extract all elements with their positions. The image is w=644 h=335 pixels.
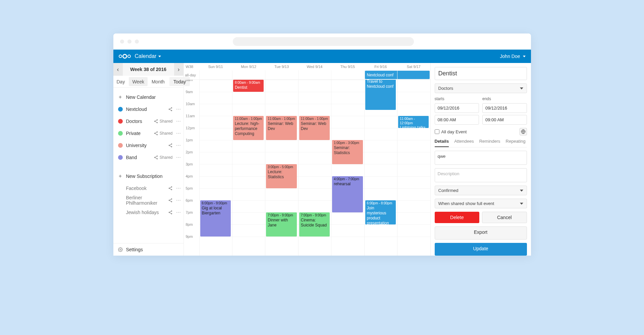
calendar-item[interactable]: PrivateShared⋯ bbox=[113, 127, 183, 139]
day-header: Tue 9/13 bbox=[265, 65, 298, 69]
start-date-input[interactable]: 09/12/2016 bbox=[435, 103, 479, 113]
more-button[interactable]: ⋯ bbox=[176, 198, 181, 203]
nextcloud-logo-icon[interactable] bbox=[119, 54, 131, 59]
calendar-event[interactable]: 11:00am - 1:00pmLecture: high-performanc… bbox=[233, 116, 264, 140]
allday-cell[interactable] bbox=[331, 70, 364, 79]
share-button[interactable] bbox=[168, 186, 173, 191]
calendar-event[interactable]: 11:00am - 1:00pmSeminar: Web Dev bbox=[266, 116, 297, 140]
starts-label: starts bbox=[435, 96, 479, 101]
new-subscription-button[interactable]: + New Subscription bbox=[113, 170, 183, 182]
delete-button[interactable]: Delete bbox=[435, 212, 480, 223]
url-bar[interactable] bbox=[233, 37, 414, 46]
day-column[interactable]: 11:00am - 1:00pmSeminar: Web Dev7:00pm -… bbox=[298, 80, 331, 256]
more-button[interactable]: ⋯ bbox=[176, 119, 181, 124]
description-input[interactable]: Description bbox=[435, 168, 527, 182]
calendar-event[interactable]: 6:00pm - 8:00pmJoin mysterious product p… bbox=[365, 200, 396, 224]
calendar-event[interactable]: 7:30am - 10:30amTravel to Nextcloud conf bbox=[365, 80, 396, 110]
more-button[interactable]: ⋯ bbox=[176, 210, 181, 215]
event-time: 1:00pm - 3:00pm bbox=[334, 141, 361, 145]
calendar-event[interactable]: 8:00am - 9:00amDentist bbox=[233, 80, 264, 92]
user-menu[interactable]: John Doe bbox=[500, 54, 526, 59]
share-button[interactable] bbox=[168, 198, 173, 203]
export-button[interactable]: Export bbox=[435, 226, 527, 240]
more-button[interactable]: ⋯ bbox=[176, 186, 181, 191]
view-month-button[interactable]: Month bbox=[148, 76, 168, 87]
svg-point-7 bbox=[154, 133, 156, 134]
share-button[interactable] bbox=[168, 143, 173, 148]
subscription-item[interactable]: Facebook⋯ bbox=[113, 182, 183, 194]
calendar-item[interactable]: BandShared⋯ bbox=[113, 151, 183, 163]
tab-attendees[interactable]: Attendees bbox=[454, 139, 474, 147]
settings-button[interactable]: Settings bbox=[113, 244, 183, 256]
more-button[interactable]: ⋯ bbox=[176, 155, 181, 160]
calendar-item[interactable]: DoctorsShared⋯ bbox=[113, 115, 183, 127]
svg-point-22 bbox=[168, 212, 170, 213]
view-day-button[interactable]: Day bbox=[113, 76, 128, 87]
share-button[interactable]: Shared bbox=[154, 155, 173, 160]
end-time-input[interactable]: 09:00 AM bbox=[482, 115, 527, 125]
share-button[interactable]: Shared bbox=[154, 119, 173, 124]
status-select[interactable]: Confirmed bbox=[435, 186, 527, 195]
new-calendar-button[interactable]: + New Calendar bbox=[113, 91, 183, 103]
view-week-button[interactable]: Week bbox=[129, 77, 148, 86]
start-time-input[interactable]: 08:00 AM bbox=[435, 115, 479, 125]
calendar-event[interactable]: 4:00pm - 7:00pmrehearsal bbox=[332, 176, 363, 212]
more-button[interactable]: ⋯ bbox=[176, 143, 181, 148]
svg-point-8 bbox=[157, 134, 158, 135]
tab-reminders[interactable]: Reminders bbox=[479, 139, 500, 147]
allday-cell[interactable] bbox=[265, 70, 298, 79]
calendar-event[interactable]: 6:00pm - 9:00pmGig at local Biergarten bbox=[200, 200, 231, 237]
event-time: 11:00am - 1:00pm bbox=[301, 117, 328, 121]
day-column[interactable]: 8:00am - 9:00amDentist11:00am - 1:00pmLe… bbox=[232, 80, 265, 256]
allday-checkbox-input[interactable] bbox=[435, 129, 439, 134]
share-button[interactable]: Shared bbox=[154, 131, 173, 136]
day-column[interactable]: 11:00am - 1:00pmSeminar: Web Dev3:00pm -… bbox=[265, 80, 298, 256]
end-date-input[interactable]: 09/12/2016 bbox=[482, 103, 527, 113]
tab-details[interactable]: Details bbox=[435, 139, 449, 147]
allday-checkbox[interactable]: All day Event bbox=[435, 129, 467, 134]
day-column[interactable]: 1:00pm - 3:00pmSeminar: Statistics4:00pm… bbox=[331, 80, 364, 256]
subscription-item[interactable]: Jewish holidays⋯ bbox=[113, 206, 183, 218]
subscription-item[interactable]: Berliner Philharmoniker⋯ bbox=[113, 194, 183, 206]
subscription-name: Berliner Philharmoniker bbox=[126, 195, 165, 206]
next-week-button[interactable]: › bbox=[174, 63, 183, 76]
calendar-event[interactable]: 1:00pm - 3:00pmSeminar: Statistics bbox=[332, 140, 363, 164]
day-column[interactable]: 6:00pm - 9:00pmGig at local Biergarten bbox=[199, 80, 232, 256]
plus-icon: + bbox=[118, 173, 123, 179]
cancel-button[interactable]: Cancel bbox=[482, 212, 527, 223]
allday-cell[interactable] bbox=[397, 70, 430, 79]
event-time: 7:00pm - 9:00pm bbox=[268, 213, 295, 218]
allday-cell[interactable] bbox=[199, 70, 232, 79]
day-column[interactable]: 7:30am - 10:30amTravel to Nextcloud conf… bbox=[364, 80, 397, 256]
prev-week-button[interactable]: ‹ bbox=[113, 63, 123, 76]
timezone-button[interactable] bbox=[520, 128, 527, 135]
allday-cell[interactable] bbox=[298, 70, 331, 79]
view-switcher: Day Week Month Today bbox=[113, 76, 183, 88]
calendar-event[interactable]: 11:00am - 1:00pmSeminar: Web Dev bbox=[299, 116, 330, 140]
app-switcher[interactable]: Calendar bbox=[135, 53, 161, 59]
day-column[interactable]: 11:00am - 12:00pmLightning talks bbox=[397, 80, 430, 256]
calendar-event[interactable]: 11:00am - 12:00pmLightning talks bbox=[398, 116, 429, 128]
plus-icon: + bbox=[118, 94, 123, 100]
allday-cell[interactable] bbox=[232, 70, 265, 79]
shared-label: Shared bbox=[160, 155, 173, 160]
event-time: 8:00am - 9:00am bbox=[235, 81, 262, 85]
calendar-color-dot bbox=[118, 155, 123, 160]
chevron-down-icon bbox=[520, 203, 523, 205]
calendar-event[interactable]: 3:00pm - 5:00pmLecture: Statistics bbox=[266, 164, 297, 188]
update-button[interactable]: Update bbox=[435, 243, 527, 256]
calendar-item[interactable]: University⋯ bbox=[113, 139, 183, 151]
tab-repeating[interactable]: Repeating bbox=[506, 139, 526, 147]
location-input[interactable]: qwe bbox=[435, 151, 527, 165]
calendar-event[interactable]: 7:00pm - 9:00pmCinema: Suicide Squad bbox=[299, 212, 330, 237]
calendar-select[interactable]: Doctors bbox=[435, 83, 527, 93]
event-title-input[interactable]: Dentist bbox=[435, 67, 527, 80]
share-button[interactable] bbox=[168, 107, 173, 112]
more-button[interactable]: ⋯ bbox=[176, 107, 181, 112]
share-button[interactable] bbox=[168, 210, 173, 215]
calendar-event[interactable]: 7:00pm - 9:00pmDinner with Jane bbox=[266, 212, 297, 237]
more-button[interactable]: ⋯ bbox=[176, 131, 181, 136]
visibility-select[interactable]: When shared show full event bbox=[435, 199, 527, 208]
allday-cell[interactable]: Nextcloud conf bbox=[364, 70, 397, 79]
calendar-item[interactable]: Nextcloud⋯ bbox=[113, 103, 183, 115]
